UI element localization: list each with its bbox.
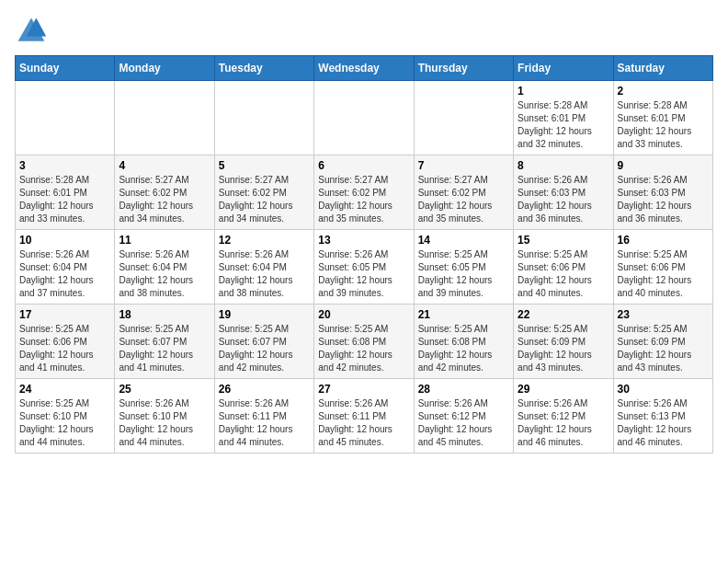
calendar-cell: 7Sunrise: 5:27 AMSunset: 6:02 PMDaylight… <box>414 155 513 230</box>
day-number: 25 <box>119 383 210 396</box>
day-number: 11 <box>119 234 210 247</box>
day-info: Sunrise: 5:26 AMSunset: 6:12 PMDaylight:… <box>418 397 509 449</box>
calendar-cell: 27Sunrise: 5:26 AMSunset: 6:11 PMDayligh… <box>314 379 414 454</box>
calendar-cell: 2Sunrise: 5:28 AMSunset: 6:01 PMDaylight… <box>613 81 712 155</box>
calendar-day-header: Friday <box>514 56 613 81</box>
day-info: Sunrise: 5:25 AMSunset: 6:07 PMDaylight:… <box>219 323 310 374</box>
day-number: 18 <box>119 308 210 321</box>
day-number: 20 <box>318 308 409 321</box>
calendar-cell: 4Sunrise: 5:27 AMSunset: 6:02 PMDaylight… <box>115 155 214 230</box>
day-number: 5 <box>219 159 310 172</box>
day-info: Sunrise: 5:26 AMSunset: 6:03 PMDaylight:… <box>618 174 709 225</box>
calendar-cell: 3Sunrise: 5:28 AMSunset: 6:01 PMDaylight… <box>16 155 115 230</box>
calendar-cell: 16Sunrise: 5:25 AMSunset: 6:06 PMDayligh… <box>613 230 712 304</box>
calendar-week-row: 10Sunrise: 5:26 AMSunset: 6:04 PMDayligh… <box>16 230 713 304</box>
calendar-cell: 11Sunrise: 5:26 AMSunset: 6:04 PMDayligh… <box>115 230 214 304</box>
calendar-cell: 24Sunrise: 5:25 AMSunset: 6:10 PMDayligh… <box>16 379 115 454</box>
day-number: 30 <box>618 383 709 396</box>
day-number: 12 <box>219 234 310 247</box>
day-info: Sunrise: 5:26 AMSunset: 6:05 PMDaylight:… <box>318 248 409 300</box>
day-number: 21 <box>418 308 509 321</box>
calendar-cell: 19Sunrise: 5:25 AMSunset: 6:07 PMDayligh… <box>214 304 313 379</box>
calendar-cell: 21Sunrise: 5:25 AMSunset: 6:08 PMDayligh… <box>414 304 513 379</box>
calendar-day-header: Wednesday <box>314 56 414 81</box>
logo <box>15 15 51 48</box>
day-number: 27 <box>318 383 409 396</box>
calendar-cell: 1Sunrise: 5:28 AMSunset: 6:01 PMDaylight… <box>514 81 613 155</box>
calendar-cell: 22Sunrise: 5:25 AMSunset: 6:09 PMDayligh… <box>514 304 613 379</box>
day-number: 10 <box>19 234 110 247</box>
day-info: Sunrise: 5:28 AMSunset: 6:01 PMDaylight:… <box>19 174 110 225</box>
calendar-cell: 30Sunrise: 5:26 AMSunset: 6:13 PMDayligh… <box>613 379 712 454</box>
day-number: 17 <box>19 308 110 321</box>
day-info: Sunrise: 5:28 AMSunset: 6:01 PMDaylight:… <box>618 99 709 151</box>
day-info: Sunrise: 5:26 AMSunset: 6:04 PMDaylight:… <box>119 248 210 300</box>
calendar-day-header: Thursday <box>414 56 513 81</box>
day-number: 1 <box>518 85 609 98</box>
day-number: 13 <box>318 234 409 247</box>
logo-icon <box>15 15 48 48</box>
day-number: 6 <box>318 159 409 172</box>
day-info: Sunrise: 5:26 AMSunset: 6:12 PMDaylight:… <box>518 397 609 449</box>
calendar-cell: 18Sunrise: 5:25 AMSunset: 6:07 PMDayligh… <box>115 304 214 379</box>
calendar-day-header: Tuesday <box>214 56 313 81</box>
day-number: 19 <box>219 308 310 321</box>
day-info: Sunrise: 5:28 AMSunset: 6:01 PMDaylight:… <box>518 99 609 151</box>
day-number: 4 <box>119 159 210 172</box>
calendar-cell: 23Sunrise: 5:25 AMSunset: 6:09 PMDayligh… <box>613 304 712 379</box>
calendar-header-row: SundayMondayTuesdayWednesdayThursdayFrid… <box>16 56 713 81</box>
day-info: Sunrise: 5:25 AMSunset: 6:08 PMDaylight:… <box>318 323 409 374</box>
day-number: 14 <box>418 234 509 247</box>
calendar-cell: 15Sunrise: 5:25 AMSunset: 6:06 PMDayligh… <box>514 230 613 304</box>
calendar-cell <box>115 81 214 155</box>
calendar-week-row: 17Sunrise: 5:25 AMSunset: 6:06 PMDayligh… <box>16 304 713 379</box>
day-info: Sunrise: 5:27 AMSunset: 6:02 PMDaylight:… <box>119 174 210 225</box>
day-info: Sunrise: 5:27 AMSunset: 6:02 PMDaylight:… <box>219 174 310 225</box>
calendar-cell: 13Sunrise: 5:26 AMSunset: 6:05 PMDayligh… <box>314 230 414 304</box>
calendar-cell <box>16 81 115 155</box>
day-info: Sunrise: 5:25 AMSunset: 6:06 PMDaylight:… <box>618 248 709 300</box>
calendar-day-header: Monday <box>115 56 214 81</box>
calendar-cell: 12Sunrise: 5:26 AMSunset: 6:04 PMDayligh… <box>214 230 313 304</box>
calendar-cell: 25Sunrise: 5:26 AMSunset: 6:10 PMDayligh… <box>115 379 214 454</box>
day-info: Sunrise: 5:25 AMSunset: 6:05 PMDaylight:… <box>418 248 509 300</box>
day-number: 8 <box>518 159 609 172</box>
day-info: Sunrise: 5:25 AMSunset: 6:07 PMDaylight:… <box>119 323 210 374</box>
calendar-cell <box>214 81 313 155</box>
day-number: 7 <box>418 159 509 172</box>
day-info: Sunrise: 5:25 AMSunset: 6:10 PMDaylight:… <box>19 397 110 449</box>
day-info: Sunrise: 5:26 AMSunset: 6:04 PMDaylight:… <box>219 248 310 300</box>
day-number: 3 <box>19 159 110 172</box>
calendar-cell <box>314 81 414 155</box>
calendar-cell: 10Sunrise: 5:26 AMSunset: 6:04 PMDayligh… <box>16 230 115 304</box>
day-number: 9 <box>618 159 709 172</box>
calendar-cell: 28Sunrise: 5:26 AMSunset: 6:12 PMDayligh… <box>414 379 513 454</box>
calendar-week-row: 3Sunrise: 5:28 AMSunset: 6:01 PMDaylight… <box>16 155 713 230</box>
calendar-table: SundayMondayTuesdayWednesdayThursdayFrid… <box>15 55 713 454</box>
calendar-cell: 17Sunrise: 5:25 AMSunset: 6:06 PMDayligh… <box>16 304 115 379</box>
day-info: Sunrise: 5:26 AMSunset: 6:13 PMDaylight:… <box>618 397 709 449</box>
day-number: 22 <box>518 308 609 321</box>
calendar-cell: 26Sunrise: 5:26 AMSunset: 6:11 PMDayligh… <box>214 379 313 454</box>
day-number: 16 <box>618 234 709 247</box>
day-info: Sunrise: 5:26 AMSunset: 6:11 PMDaylight:… <box>219 397 310 449</box>
calendar-cell: 6Sunrise: 5:27 AMSunset: 6:02 PMDaylight… <box>314 155 414 230</box>
day-number: 26 <box>219 383 310 396</box>
calendar-cell: 8Sunrise: 5:26 AMSunset: 6:03 PMDaylight… <box>514 155 613 230</box>
day-info: Sunrise: 5:27 AMSunset: 6:02 PMDaylight:… <box>418 174 509 225</box>
page-header <box>15 15 713 48</box>
calendar-cell <box>414 81 513 155</box>
day-info: Sunrise: 5:25 AMSunset: 6:06 PMDaylight:… <box>19 323 110 374</box>
calendar-cell: 5Sunrise: 5:27 AMSunset: 6:02 PMDaylight… <box>214 155 313 230</box>
calendar-cell: 29Sunrise: 5:26 AMSunset: 6:12 PMDayligh… <box>514 379 613 454</box>
calendar-day-header: Saturday <box>613 56 712 81</box>
day-info: Sunrise: 5:25 AMSunset: 6:09 PMDaylight:… <box>518 323 609 374</box>
day-info: Sunrise: 5:27 AMSunset: 6:02 PMDaylight:… <box>318 174 409 225</box>
day-info: Sunrise: 5:26 AMSunset: 6:11 PMDaylight:… <box>318 397 409 449</box>
day-info: Sunrise: 5:26 AMSunset: 6:03 PMDaylight:… <box>518 174 609 225</box>
calendar-week-row: 24Sunrise: 5:25 AMSunset: 6:10 PMDayligh… <box>16 379 713 454</box>
calendar-week-row: 1Sunrise: 5:28 AMSunset: 6:01 PMDaylight… <box>16 81 713 155</box>
day-number: 24 <box>19 383 110 396</box>
day-info: Sunrise: 5:25 AMSunset: 6:09 PMDaylight:… <box>618 323 709 374</box>
day-info: Sunrise: 5:25 AMSunset: 6:06 PMDaylight:… <box>518 248 609 300</box>
